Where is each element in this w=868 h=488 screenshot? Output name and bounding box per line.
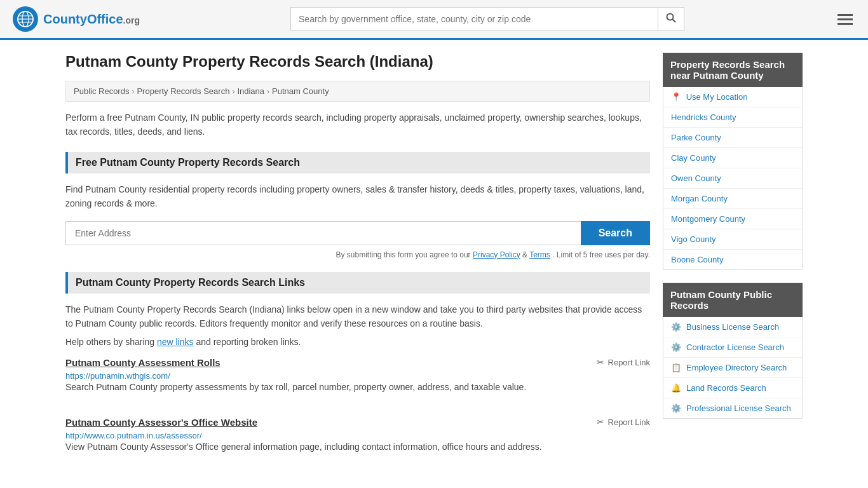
nearby-counties-list: 📍 Use My Location Hendricks County Parke… (663, 87, 803, 270)
form-disclaimer: By submitting this form you agree to our… (65, 250, 650, 259)
owen-county-link[interactable]: Owen County (671, 173, 721, 183)
header-search-form (290, 7, 684, 31)
address-search-form: Search (65, 221, 650, 245)
logo-text: CountyOffice.org (43, 12, 140, 27)
list-item[interactable]: ⚙️ Professional License Search (663, 398, 802, 418)
links-section-header: Putnam County Property Records Search Li… (65, 272, 650, 294)
address-search-input[interactable] (65, 221, 581, 245)
breadcrumb-public-records[interactable]: Public Records (74, 86, 129, 96)
terms-link[interactable]: Terms (529, 250, 550, 259)
boone-county-link[interactable]: Boone County (671, 255, 723, 264)
list-item[interactable]: 🔔 Land Records Search (663, 378, 802, 398)
main-content: Putnam County Property Records Search (I… (65, 53, 650, 477)
montgomery-county-link[interactable]: Montgomery County (671, 214, 745, 224)
parke-county-link[interactable]: Parke County (671, 133, 721, 142)
svg-line-7 (673, 20, 675, 22)
business-license-icon: ⚙️ (671, 322, 681, 332)
list-item[interactable]: Montgomery County (663, 209, 802, 229)
breadcrumb: Public Records › Property Records Search… (65, 81, 650, 102)
list-item[interactable]: Clay County (663, 148, 802, 168)
vigo-county-link[interactable]: Vigo County (671, 234, 716, 244)
links-section-desc: The Putnam County Property Records Searc… (65, 302, 650, 331)
list-item[interactable]: ⚙️ Business License Search (663, 317, 802, 337)
list-item[interactable]: Owen County (663, 168, 802, 189)
header-search-input[interactable] (291, 9, 658, 29)
record-item-header-2: Putnam County Assessor's Office Website … (65, 417, 650, 428)
record-item-header: Putnam County Assessment Rolls ✂ Report … (65, 357, 650, 368)
nearby-counties-header: Property Records Search near Putnam Coun… (663, 53, 803, 87)
share-text: Help others by sharing new links and rep… (65, 337, 650, 347)
new-links-link[interactable]: new links (157, 337, 194, 347)
breadcrumb-current: Putnam County (272, 86, 329, 96)
breadcrumb-property-records-search[interactable]: Property Records Search (137, 86, 229, 96)
report-icon-1: ✂ (597, 417, 604, 427)
logo-area: CountyOffice.org (13, 6, 140, 32)
professional-license-search-link[interactable]: Professional License Search (686, 403, 791, 413)
header-search-button[interactable] (658, 8, 684, 30)
free-search-header: Free Putnam County Property Records Sear… (65, 152, 650, 173)
page-title: Putnam County Property Records Search (I… (65, 53, 650, 71)
list-item[interactable]: Parke County (663, 128, 802, 148)
use-location-item[interactable]: 📍 Use My Location (663, 87, 802, 107)
business-license-search-link[interactable]: Business License Search (686, 322, 779, 332)
record-item: Putnam County Assessor's Office Website … (65, 417, 650, 464)
breadcrumb-sep-3: › (267, 87, 269, 96)
report-link-button-0[interactable]: ✂ Report Link (597, 357, 650, 367)
record-url-1[interactable]: http://www.co.putnam.in.us/assessor/ (65, 431, 202, 440)
logo-icon (13, 6, 38, 32)
clay-county-link[interactable]: Clay County (671, 153, 716, 163)
privacy-policy-link[interactable]: Privacy Policy (473, 250, 520, 259)
address-search-button[interactable]: Search (581, 221, 650, 245)
land-records-search-link[interactable]: Land Records Search (686, 383, 766, 393)
record-url-0[interactable]: https://putnamin.wthgis.com/ (65, 371, 170, 381)
free-search-desc: Find Putnam County residential property … (65, 182, 650, 211)
intro-text: Perform a free Putnam County, IN public … (65, 111, 650, 139)
use-location-link[interactable]: Use My Location (686, 92, 748, 102)
hendricks-county-link[interactable]: Hendricks County (671, 112, 736, 122)
list-item[interactable]: Boone County (663, 250, 802, 269)
contractor-license-search-link[interactable]: Contractor License Search (686, 342, 784, 352)
record-desc-1: View Putnam County Assessor's Office gen… (65, 440, 650, 454)
public-records-header: Putnam County Public Records (663, 283, 803, 317)
list-item[interactable]: Morgan County (663, 189, 802, 209)
record-item: Putnam County Assessment Rolls ✂ Report … (65, 357, 650, 404)
record-title-assessor-office[interactable]: Putnam County Assessor's Office Website (65, 417, 257, 428)
hamburger-menu-button[interactable] (835, 11, 855, 27)
professional-license-icon: ⚙️ (671, 403, 681, 413)
nearby-counties-section: Property Records Search near Putnam Coun… (663, 53, 803, 270)
employee-directory-search-link[interactable]: Employee Directory Search (686, 363, 787, 372)
sidebar: Property Records Search near Putnam Coun… (663, 53, 803, 477)
breadcrumb-sep-1: › (132, 87, 134, 96)
report-link-button-1[interactable]: ✂ Report Link (597, 417, 650, 427)
breadcrumb-sep-2: › (232, 87, 234, 96)
location-icon: 📍 (671, 92, 681, 102)
public-records-section: Putnam County Public Records ⚙️ Business… (663, 283, 803, 419)
list-item[interactable]: 📋 Employee Directory Search (663, 358, 802, 378)
list-item[interactable]: Hendricks County (663, 107, 802, 128)
main-container: Putnam County Property Records Search (I… (53, 40, 815, 488)
record-desc-0: Search Putnam County property assessment… (65, 381, 650, 394)
contractor-license-icon: ⚙️ (671, 342, 681, 352)
employee-directory-icon: 📋 (671, 363, 681, 372)
public-records-links-list: ⚙️ Business License Search ⚙️ Contractor… (663, 317, 803, 419)
list-item[interactable]: ⚙️ Contractor License Search (663, 337, 802, 358)
site-header: CountyOffice.org (0, 0, 868, 40)
list-item[interactable]: Vigo County (663, 229, 802, 250)
breadcrumb-indiana[interactable]: Indiana (237, 86, 264, 96)
report-icon-0: ✂ (597, 357, 604, 367)
record-title-assessment-rolls[interactable]: Putnam County Assessment Rolls (65, 357, 220, 368)
land-records-icon: 🔔 (671, 383, 681, 393)
morgan-county-link[interactable]: Morgan County (671, 194, 728, 203)
